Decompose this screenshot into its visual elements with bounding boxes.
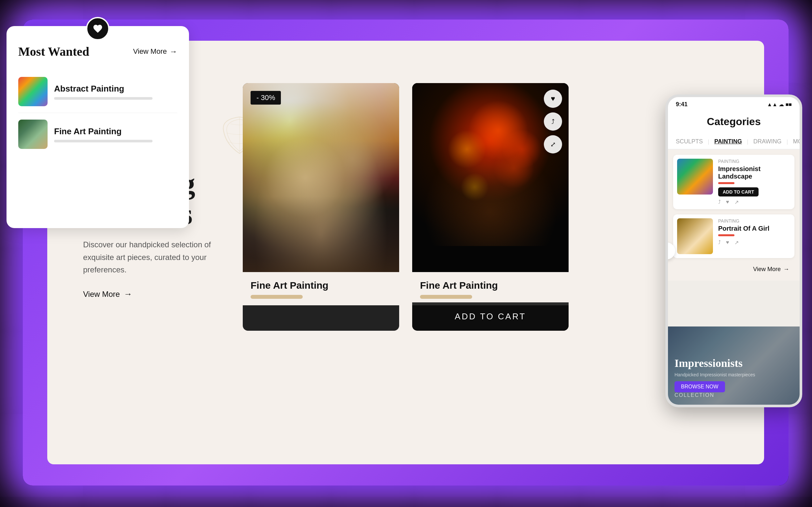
- mobile-product-info-portrait: PAINTING Portrait Of A Girl ⤴ ♥ ↗: [718, 218, 791, 254]
- baroque-painting-image: [243, 83, 399, 272]
- mobile-heart-icon-2[interactable]: ♥: [726, 239, 729, 246]
- product-price-bar-baroque: [250, 295, 303, 299]
- expand-icon: ⤢: [550, 140, 556, 148]
- mobile-more-icon-2[interactable]: ↗: [735, 239, 739, 246]
- mobile-product-label-impressionist: PAINTING: [718, 159, 791, 164]
- share-icon: ⤴: [551, 118, 555, 125]
- discount-badge: - 30%: [250, 91, 281, 105]
- mobile-banner-title: Impressionists: [675, 357, 793, 370]
- heart-icon: ♥: [551, 95, 555, 103]
- mobile-share-icon-2[interactable]: ⤴: [718, 239, 721, 246]
- item-info-abstract: Abstract Painting: [54, 84, 177, 100]
- item-info-fineart: Fine Art Painting: [54, 126, 177, 143]
- card-action-buttons: ♥ ⤴ ⤢: [544, 90, 562, 154]
- mobile-cat-sculpts[interactable]: SCULPTS: [676, 138, 703, 145]
- mobile-product-card-portrait[interactable]: PAINTING Portrait Of A Girl ⤴ ♥ ↗: [673, 214, 795, 258]
- cat-divider-1: |: [708, 139, 709, 145]
- item-name-abstract: Abstract Painting: [54, 84, 177, 94]
- product-name-floral: Fine Art Painting: [420, 280, 561, 291]
- cat-divider-2: |: [747, 139, 748, 145]
- view-more-main-label: View More: [83, 290, 120, 299]
- mobile-cat-drawing[interactable]: DRAWING: [753, 138, 781, 145]
- mobile-product-name-impressionist: Impressionist Landscape: [718, 165, 791, 180]
- mobile-heart-icon[interactable]: ♥: [726, 199, 729, 205]
- mobile-products-list: PAINTING Impressionist Landscape ADD TO …: [668, 150, 800, 281]
- view-more-link[interactable]: View More →: [133, 47, 177, 56]
- mobile-view-more-arrow: →: [783, 266, 789, 273]
- mobile-banner: Impressionists Handpicked Impressionist …: [668, 327, 800, 405]
- product-info-floral: Fine Art Painting: [412, 272, 569, 305]
- item-bar-fineart: [54, 140, 153, 143]
- mobile-thumb-portrait: [677, 218, 713, 254]
- trending-description: Discover our handpicked selection of exq…: [83, 238, 239, 276]
- item-name-fineart: Fine Art Painting: [54, 126, 177, 136]
- product-card-floral[interactable]: ♥ ⤴ ⤢ ADD TO CART Fine Art Painting: [412, 83, 569, 331]
- product-cards-container: - 30% Fine Art Painting ♥ ⤴: [243, 83, 569, 331]
- mobile-product-info-impressionist: PAINTING Impressionist Landscape ADD TO …: [718, 159, 791, 205]
- mobile-product-label-portrait: PAINTING: [718, 218, 791, 224]
- list-item-fineart[interactable]: Fine Art Painting: [18, 113, 177, 156]
- mobile-product-bar-portrait: [718, 234, 735, 236]
- most-wanted-card: Most Wanted View More → Abstract Paintin…: [6, 26, 189, 228]
- mobile-card-actions-portrait: ⤴ ♥ ↗: [718, 239, 791, 246]
- product-price-bar-floral: [420, 295, 472, 299]
- mobile-collection-label: COLLECTION: [675, 392, 793, 398]
- mobile-status-bar: 9:41 ▲▲ ☁ ■■: [668, 97, 800, 110]
- mobile-share-icon[interactable]: ⤴: [718, 199, 721, 205]
- view-more-main-arrow: →: [124, 289, 132, 299]
- expand-action-btn[interactable]: ⤢: [544, 135, 562, 154]
- cat-divider-3: |: [787, 139, 788, 145]
- mobile-more-icon[interactable]: ↗: [735, 199, 739, 205]
- portrait-bg: [677, 218, 713, 254]
- mobile-product-card-impressionist[interactable]: PAINTING Impressionist Landscape ADD TO …: [673, 155, 795, 209]
- mobile-cat-mode[interactable]: MODE: [793, 138, 802, 145]
- product-info-baroque: Fine Art Painting: [243, 272, 399, 305]
- mobile-page-title: Categories: [676, 116, 792, 128]
- mobile-product-name-portrait: Portrait Of A Girl: [718, 225, 791, 232]
- mobile-cat-painting[interactable]: PAINTING: [714, 138, 742, 145]
- mobile-banner-sub: Handpicked Impressionist masterpieces: [675, 372, 793, 377]
- add-to-cart-overlay[interactable]: ADD TO CART: [412, 302, 569, 331]
- status-time: 9:41: [676, 101, 688, 108]
- mobile-banner-overlay: Impressionists Handpicked Impressionist …: [668, 327, 800, 405]
- view-more-link-label: View More: [133, 47, 167, 56]
- mobile-view-more-label: View More: [753, 266, 781, 273]
- item-thumb-abstract: [18, 77, 48, 106]
- add-to-cart-text: ADD TO CART: [421, 312, 560, 322]
- heart-icon-svg: [93, 23, 103, 34]
- mobile-card-actions-impressionist: ⤴ ♥ ↗: [718, 199, 791, 205]
- product-card-baroque[interactable]: - 30% Fine Art Painting: [243, 83, 399, 331]
- status-icons: ▲▲ ☁ ■■: [767, 101, 792, 108]
- mobile-header: Categories: [668, 110, 800, 134]
- mobile-categories-nav: SCULPTS | PAINTING | DRAWING | MODE: [668, 134, 800, 150]
- item-bar-abstract: [54, 97, 153, 100]
- most-wanted-title: Most Wanted: [18, 44, 89, 59]
- view-more-arrow: →: [169, 47, 177, 56]
- mobile-mockup: 9:41 ▲▲ ☁ ■■ Categories SCULPTS | PAINTI…: [665, 95, 802, 407]
- mobile-thumb-impressionist: [677, 159, 713, 194]
- mobile-add-to-cart-btn[interactable]: ADD TO CART: [718, 187, 759, 196]
- view-more-main[interactable]: View More →: [83, 289, 239, 299]
- mobile-browse-btn[interactable]: BROWSE NOW: [675, 381, 725, 392]
- mobile-view-more[interactable]: View More →: [673, 263, 795, 275]
- list-item-abstract[interactable]: Abstract Painting: [18, 70, 177, 113]
- card-header: Most Wanted View More →: [18, 44, 177, 59]
- heart-action-btn[interactable]: ♥: [544, 90, 562, 108]
- impressionist-bg: [677, 159, 713, 194]
- share-action-btn[interactable]: ⤴: [544, 112, 562, 131]
- item-thumb-fineart: [18, 120, 48, 149]
- mobile-product-bar-impressionist: [718, 182, 735, 184]
- heart-icon-circle: [86, 17, 110, 40]
- product-name-baroque: Fine Art Painting: [250, 280, 391, 291]
- chevron-icon: ›: [665, 247, 668, 256]
